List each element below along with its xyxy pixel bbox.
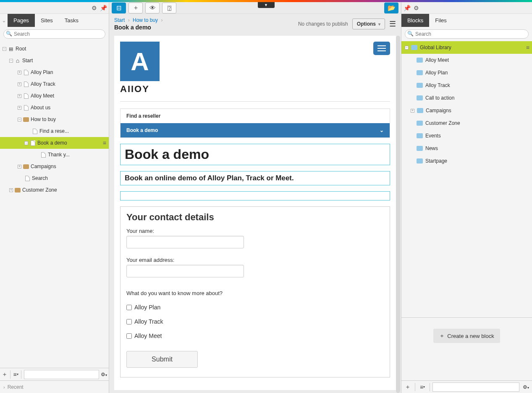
page-icon [24,93,29,99]
add-icon[interactable]: ＋ [403,382,412,392]
gear-icon[interactable]: ⚙ [90,4,98,12]
tree-node-root[interactable]: −▤ Root [0,43,109,55]
add-icon[interactable]: ＋ [2,370,8,379]
nav-find-reseller[interactable]: Find a reseller [121,109,390,123]
page-title: Book a demo [114,24,164,31]
tree-node-book-demo[interactable]: − Book a demo [0,137,109,149]
pin-icon[interactable]: 📌 [403,4,411,12]
search-icon: 🔍 [407,31,414,37]
tree-node-alloy-meet[interactable]: + Alloy Meet [0,90,109,102]
tree-node-alloy-meet[interactable]: Alloy Meet [401,54,532,66]
tree-node-thank-you[interactable]: Thank y... [0,149,109,161]
search-page-icon[interactable]: ⍰ [162,3,176,13]
editable-empty[interactable] [120,191,390,200]
breadcrumb-link[interactable]: Start [114,17,125,23]
top-drawer-handle[interactable]: ▼ [258,2,275,8]
page-icon [41,152,46,158]
folder-icon [417,133,423,138]
chevron-down-icon: ▾ [378,22,380,26]
page-icon [24,105,29,111]
left-toolbar-input[interactable] [24,370,99,379]
tree-node-search[interactable]: Search [0,172,109,184]
folder-icon [417,108,423,113]
folder-icon [15,188,21,193]
right-toolbar: ＋ ≡▾ ⚙▾ [401,380,532,393]
name-input[interactable] [126,236,244,248]
tree-node-find-reseller[interactable]: Find a rese... [0,125,109,137]
tab-sites[interactable]: Sites [35,14,59,27]
page-icon [24,82,29,87]
email-input[interactable] [126,265,244,277]
gear-icon[interactable]: ⚙▾ [101,372,107,377]
editable-heading[interactable]: Book a demo [120,144,390,165]
chevron-right-icon: › [3,385,5,390]
folder-icon [417,121,423,126]
tree-view-icon[interactable]: ⊟ [112,3,126,13]
tab-files[interactable]: Files [429,14,452,27]
blocks-search-input[interactable] [405,29,529,39]
options-button[interactable]: Options ▾ [352,18,385,29]
site-logo: A AIIOY [120,42,160,95]
breadcrumb-link[interactable]: How to buy [133,17,158,23]
tree-node-campaigns[interactable]: +Campaigns [401,104,532,117]
chk-alloy-meet[interactable] [126,333,132,339]
gear-icon[interactable]: ⚙▾ [521,384,530,390]
properties-icon[interactable]: ☰ [389,19,396,29]
hamburger-icon[interactable] [373,42,390,55]
tree-node-about-us[interactable]: + About us [0,102,109,113]
folder-open-icon[interactable]: 📂 [384,3,398,13]
page-icon [31,140,35,146]
pages-search-input[interactable] [3,29,105,39]
tree-node-customer-zone[interactable]: Customer Zone [401,117,532,129]
tree-node-start[interactable]: −⌂ Start [0,55,109,66]
tree-node-startpage[interactable]: Startpage [401,155,532,167]
list-icon[interactable]: ≡▾ [13,370,18,379]
publish-status: No changes to publish [298,21,348,27]
tree-node-customer-zone[interactable]: + Customer Zone [0,184,109,196]
tab-tasks[interactable]: Tasks [59,14,84,27]
tree-node-alloy-plan[interactable]: + Alloy Plan [0,66,109,78]
folder-icon [417,58,423,63]
folder-icon [411,45,417,50]
tree-node-news[interactable]: News [401,142,532,155]
chk-alloy-track[interactable] [126,319,132,324]
list-icon[interactable]: ≡▾ [418,382,427,392]
create-block-button[interactable]: ＋ Create a new block [433,329,500,343]
add-button[interactable]: ＋ [128,3,143,13]
left-panel: ⚙ 📌 ⌄ Pages Sites Tasks 🔍 −▤ Root −⌂ Sta… [0,2,109,393]
tree-node-alloy-track[interactable]: + Alloy Track [0,78,109,90]
tree-node-campaigns[interactable]: + Campaigns [0,161,109,172]
submit-button[interactable]: Submit [126,351,198,368]
gear-icon[interactable]: ⚙ [412,4,420,12]
tab-pages[interactable]: Pages [8,14,35,27]
page-preview: A AIIOY Find a reseller Book a demo ⌄ Bo… [114,36,396,390]
recent-toggle[interactable]: › Recent [0,380,109,393]
tree-node-cta[interactable]: Call to action [401,92,532,104]
tree-node-how-to-buy[interactable]: − How to buy [0,113,109,125]
tree-node-alloy-plan[interactable]: Alloy Plan [401,66,532,79]
chk-alloy-plan[interactable] [126,305,132,310]
tree-node-alloy-track[interactable]: Alloy Track [401,79,532,92]
page-icon [24,70,29,75]
folder-icon [417,146,423,151]
editable-subtitle[interactable]: Book an online demo of Alloy Plan, Track… [120,171,390,185]
center-panel: ⊟ ＋ 👁 ⍰ 📂 Start › How to buy › Book a de… [109,2,401,393]
home-icon: ⌂ [15,58,21,63]
chevron-down-icon[interactable]: ⌄ [0,17,8,24]
eye-icon[interactable]: 👁 [145,3,160,13]
page-icon [33,129,37,134]
breadcrumb: Start › How to buy › [114,17,164,23]
nav-book-demo[interactable]: Book a demo ⌄ [121,123,390,137]
know-more-label: What do you want to know more about? [126,290,384,296]
page-icon [25,176,30,181]
tree-node-events[interactable]: Events [401,129,532,142]
folder-icon [417,158,423,164]
folder-icon [417,95,423,100]
contact-form: Your contact details Your name: Your ema… [120,206,390,377]
name-label: Your name: [126,228,384,234]
tree-node-global-library[interactable]: − Global Library [401,41,532,54]
pin-icon[interactable]: 📌 [100,4,107,12]
folder-icon [23,164,29,169]
right-toolbar-input[interactable] [432,382,519,392]
tab-blocks[interactable]: Blocks [401,14,429,27]
